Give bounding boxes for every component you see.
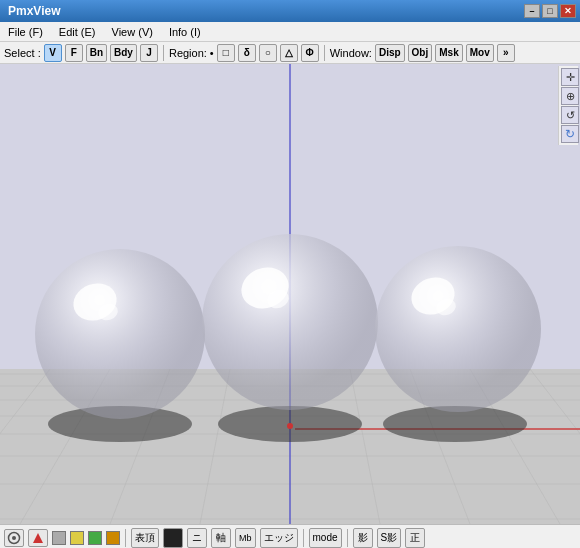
seiki-label: 正 — [410, 531, 420, 545]
window-msk-button[interactable]: Msk — [435, 44, 462, 62]
toolbar: Select : V F Bn Bdy J Region: • □ δ ○ △ … — [0, 42, 580, 64]
minimize-button[interactable]: – — [524, 4, 540, 18]
more-button[interactable]: » — [497, 44, 515, 62]
menu-edit[interactable]: Edit (E) — [55, 25, 100, 39]
sshadow-button[interactable]: S影 — [377, 528, 402, 548]
title-text: PmxView — [4, 4, 60, 18]
vertex-label: 表頂 — [135, 531, 155, 545]
mb-label: Mb — [239, 533, 252, 543]
menu-info[interactable]: Info (I) — [165, 25, 205, 39]
select-v-button[interactable]: V — [44, 44, 62, 62]
region-phi-button[interactable]: Φ — [301, 44, 319, 62]
edge-label: エッジ — [264, 531, 294, 545]
close-button[interactable]: ✕ — [560, 4, 576, 18]
toolbar-sep-2 — [324, 45, 325, 61]
display-icon-button[interactable] — [4, 529, 24, 547]
maximize-button[interactable]: □ — [542, 4, 558, 18]
select-bdy-button[interactable]: Bdy — [110, 44, 137, 62]
grid-canvas — [0, 64, 580, 524]
color-indicator-4[interactable] — [106, 531, 120, 545]
bottom-sep-1 — [125, 529, 126, 547]
color-indicator-2[interactable] — [70, 531, 84, 545]
mb-button[interactable]: Mb — [235, 528, 256, 548]
select-bn-button[interactable]: Bn — [86, 44, 107, 62]
svg-point-33 — [287, 423, 293, 429]
nav-button-3[interactable]: ↺ — [561, 106, 579, 124]
ni-button[interactable]: ニ — [187, 528, 207, 548]
red-triangle-button[interactable] — [28, 529, 48, 547]
axis-button[interactable]: 軸 — [211, 528, 231, 548]
window-obj-button[interactable]: Obj — [408, 44, 433, 62]
region-tri-button[interactable]: △ — [280, 44, 298, 62]
select-label: Select : — [4, 47, 41, 59]
toolbar-sep-1 — [163, 45, 164, 61]
axis-label: 軸 — [216, 531, 226, 545]
region-label: Region: — [169, 47, 207, 59]
svg-point-30 — [375, 246, 541, 412]
color-indicator-1[interactable] — [52, 531, 66, 545]
viewport[interactable]: ✛ ⊕ ↺ ↻ — [0, 64, 580, 524]
seiki-button[interactable]: 正 — [405, 528, 425, 548]
mode-label: mode — [313, 532, 338, 543]
region-delta-button[interactable]: δ — [238, 44, 256, 62]
title-bar: PmxView – □ ✕ — [0, 0, 580, 22]
region-rect-button[interactable]: □ — [217, 44, 235, 62]
menu-bar: File (F) Edit (E) View (V) Info (I) — [0, 22, 580, 42]
nav-button-4[interactable]: ↻ — [561, 125, 579, 143]
nav-button-2[interactable]: ⊕ — [561, 87, 579, 105]
region-circle-button[interactable]: ○ — [259, 44, 277, 62]
svg-marker-36 — [33, 533, 43, 543]
mode-button[interactable]: mode — [309, 528, 342, 548]
select-j-button[interactable]: J — [140, 44, 158, 62]
bottom-toolbar: 表頂 ニ 軸 Mb エッジ mode 影 S影 正 — [0, 524, 580, 548]
sshadow-label: S影 — [381, 531, 398, 545]
red-triangle-icon — [32, 532, 44, 544]
menu-view[interactable]: View (V) — [108, 25, 157, 39]
window-controls: – □ ✕ — [524, 4, 576, 18]
svg-point-24 — [35, 249, 205, 419]
vertex-button[interactable]: 表頂 — [131, 528, 159, 548]
eye-icon — [7, 531, 21, 545]
color-black-button[interactable] — [163, 528, 183, 548]
right-toolbar: ✛ ⊕ ↺ ↻ — [558, 66, 578, 145]
bottom-sep-2 — [303, 529, 304, 547]
color-indicator-3[interactable] — [88, 531, 102, 545]
menu-file[interactable]: File (F) — [4, 25, 47, 39]
region-dot: • — [210, 47, 214, 59]
shadow-label: 影 — [358, 531, 368, 545]
svg-point-35 — [12, 536, 16, 540]
svg-point-27 — [202, 234, 378, 410]
bottom-sep-3 — [347, 529, 348, 547]
select-f-button[interactable]: F — [65, 44, 83, 62]
shadow-button[interactable]: 影 — [353, 528, 373, 548]
window-mov-button[interactable]: Mov — [466, 44, 494, 62]
edge-button[interactable]: エッジ — [260, 528, 298, 548]
ni-label: ニ — [192, 531, 202, 545]
window-disp-button[interactable]: Disp — [375, 44, 405, 62]
window-label: Window: — [330, 47, 372, 59]
nav-button-1[interactable]: ✛ — [561, 68, 579, 86]
